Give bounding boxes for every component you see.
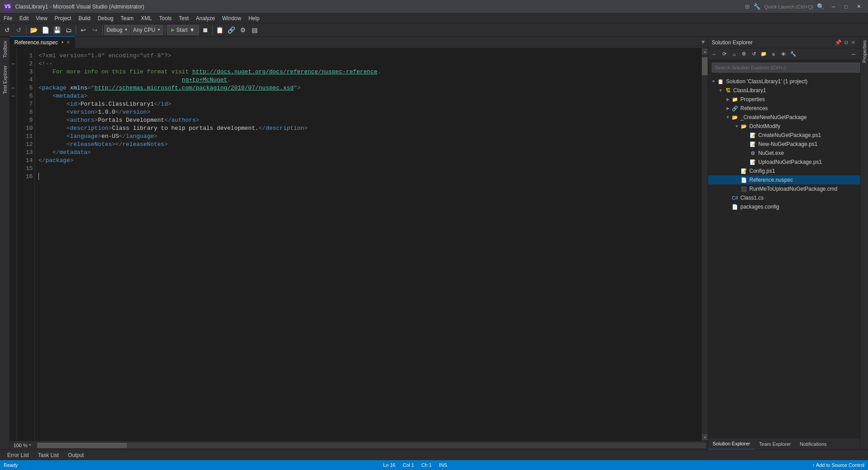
- xmlns-link[interactable]: http://schemas.microsoft.com/packaging/2…: [95, 84, 294, 92]
- menu-build[interactable]: Build: [75, 13, 94, 23]
- toolbar-more3-btn[interactable]: ⚙: [238, 25, 249, 35]
- tab-scroll-right[interactable]: ▼: [699, 36, 708, 48]
- filter-icon[interactable]: ⊞: [745, 3, 750, 10]
- platform-dropdown[interactable]: Any CPU ▼: [131, 25, 163, 35]
- tree-item-new-nuget-ps1[interactable]: 📝 New-NuGetPackage.ps1: [708, 140, 860, 149]
- toolbar-open2-btn[interactable]: 📄: [40, 25, 51, 35]
- menu-bar: File Edit View Project Build Debug Team …: [0, 13, 868, 23]
- toolbar-redo-btn[interactable]: ↪: [90, 25, 100, 35]
- sol-filter-btn[interactable]: ≡: [769, 50, 778, 59]
- scrollbar-thumb[interactable]: [702, 57, 708, 75]
- sol-close-button[interactable]: ✕: [850, 39, 856, 46]
- menu-window[interactable]: Window: [219, 13, 245, 23]
- menu-test[interactable]: Test: [175, 13, 192, 23]
- menu-analyze[interactable]: Analyze: [192, 13, 219, 23]
- tree-item-references[interactable]: ▶ 🔗 References: [708, 104, 860, 113]
- sol-sync-btn[interactable]: ⟳: [720, 50, 729, 59]
- toolbar-more2-btn[interactable]: 🔗: [226, 25, 237, 35]
- expand-do-not-modify-icon: ▼: [733, 124, 740, 128]
- tree-item-create-pkg-ps1[interactable]: 📝 CreateNuGetPackage.ps1: [708, 131, 860, 140]
- code-content[interactable]: <?xml version="1.0" encoding="utf-8"?> <…: [35, 48, 701, 440]
- menu-help[interactable]: Help: [245, 13, 263, 23]
- h-scrollbar-thumb[interactable]: [37, 443, 127, 448]
- scroll-up-button[interactable]: ▲: [702, 48, 708, 55]
- zoom-dropdown-icon[interactable]: ▼: [28, 443, 32, 447]
- sol-home-btn[interactable]: ⌂: [730, 50, 739, 59]
- nuget-link[interactable]: ng+to+McNuget: [182, 76, 227, 84]
- menu-edit[interactable]: Edit: [16, 13, 32, 23]
- menu-xml[interactable]: XML: [138, 13, 156, 23]
- toolbar-saveall-btn[interactable]: 🗂: [63, 25, 74, 35]
- zoom-control[interactable]: 100 % ▼: [10, 443, 35, 448]
- properties-tab[interactable]: Properties: [860, 37, 868, 66]
- toolbox-tab[interactable]: Toolbox: [0, 37, 9, 61]
- maximize-button[interactable]: □: [840, 2, 852, 12]
- tree-item-solution[interactable]: ▼ 📋 Solution 'ClassLibrary1' (1 project): [708, 77, 860, 86]
- menu-tools[interactable]: Tools: [155, 13, 175, 23]
- sol-minimize-btn[interactable]: ─: [849, 50, 858, 59]
- tree-item-reference-nuspec[interactable]: 📄 Reference.nuspec: [708, 175, 860, 184]
- menu-project[interactable]: Project: [51, 13, 75, 23]
- solution-search-input[interactable]: [712, 63, 860, 73]
- debug-mode-dropdown[interactable]: Debug ▼: [104, 25, 130, 35]
- quick-launch-input[interactable]: Quick Launch (Ctrl+Q): [764, 4, 813, 10]
- sol-tools-btn[interactable]: 🔧: [789, 50, 798, 59]
- toolbar-more-btn[interactable]: 📋: [215, 25, 225, 35]
- tree-item-properties[interactable]: ▶ 📁 Properties: [708, 95, 860, 104]
- tree-item-do-not-modify[interactable]: ▼ 📂 DoNotModify: [708, 122, 860, 131]
- tree-item-nuget-exe[interactable]: ⚙ NuGet.exe: [708, 149, 860, 158]
- cursor-caret: [39, 173, 39, 180]
- sol-folder-btn[interactable]: 📁: [759, 50, 768, 59]
- tab-close-button[interactable]: ✕: [66, 40, 70, 45]
- horizontal-scrollbar[interactable]: [37, 443, 706, 448]
- sol-bottom-tab-solution-explorer[interactable]: Solution Explorer: [708, 438, 755, 450]
- tree-item-project[interactable]: ▼ 🏗 ClassLibrary1: [708, 86, 860, 95]
- tree-item-class1-cs[interactable]: C# Class1.cs: [708, 193, 860, 202]
- code-line-8: <version>1.0.0</version>: [39, 108, 698, 116]
- menu-team[interactable]: Team: [117, 13, 137, 23]
- sol-settings-btn[interactable]: ⚙: [739, 50, 748, 59]
- toolbar-save-btn[interactable]: 💾: [52, 25, 62, 35]
- upload-pkg-ps1-icon: 📝: [749, 158, 756, 166]
- status-source-control[interactable]: ↑ Add to Source Control: [812, 462, 864, 468]
- menu-view[interactable]: View: [32, 13, 51, 23]
- minimize-button[interactable]: ─: [828, 2, 839, 12]
- toolbar-undo-btn[interactable]: ↺: [13, 25, 24, 35]
- toolbar-attach-btn[interactable]: ⏹: [200, 25, 211, 35]
- close-button[interactable]: ✕: [853, 2, 864, 12]
- editor-tab-reference-nuspec[interactable]: Reference.nuspec • ✕: [10, 36, 75, 48]
- tree-item-packages-config[interactable]: 📄 packages.config: [708, 202, 860, 211]
- sol-bottom-tab-team-explorer[interactable]: Team Explorer: [755, 438, 795, 450]
- menu-file[interactable]: File: [0, 13, 16, 23]
- tab-task-list[interactable]: Task List: [34, 451, 63, 459]
- gutter-collapse-2[interactable]: −: [10, 60, 17, 68]
- toolbar-refresh-btn[interactable]: ↺: [2, 25, 13, 35]
- sol-bottom-tab-notifications[interactable]: Notifications: [795, 438, 831, 450]
- code-editor[interactable]: − − − 12345 678910 1112131415: [10, 48, 708, 440]
- tree-item-run-me-cmd[interactable]: ⬛ RunMeToUploadNuGetPackage.cmd: [708, 184, 860, 193]
- search-icon[interactable]: 🔍: [817, 3, 824, 10]
- tab-output[interactable]: Output: [64, 451, 87, 459]
- scroll-down-button[interactable]: ▼: [702, 434, 708, 440]
- toolbar-undo2-btn[interactable]: ↩: [78, 25, 89, 35]
- start-button[interactable]: ▶ Start ▼: [167, 25, 199, 35]
- test-explorer-tab[interactable]: Test Explorer: [0, 61, 9, 98]
- tree-item-config-ps1[interactable]: 📝 Config.ps1: [708, 167, 860, 175]
- manage-icon[interactable]: 🔧: [753, 3, 761, 10]
- expand-references-icon: ▶: [724, 106, 731, 111]
- gutter-collapse-6[interactable]: −: [10, 92, 17, 100]
- sol-pin-button[interactable]: 📌: [834, 39, 842, 46]
- tree-item-upload-pkg-ps1[interactable]: 📝 UploadNuGetPackage.ps1: [708, 158, 860, 167]
- sol-back-btn[interactable]: ←: [710, 50, 719, 59]
- gutter-collapse-5[interactable]: −: [10, 84, 17, 92]
- menu-debug[interactable]: Debug: [94, 13, 117, 23]
- toolbar-more4-btn[interactable]: ▤: [249, 25, 260, 35]
- editor-scrollbar[interactable]: ▲ ▼: [701, 48, 708, 440]
- tree-item-create-nuget[interactable]: ▼ 📂 _CreateNewNuGetPackage: [708, 113, 860, 122]
- toolbar-open-btn[interactable]: 📂: [28, 25, 39, 35]
- sol-refresh-btn[interactable]: ↺: [749, 50, 758, 59]
- sol-preview-btn[interactable]: 👁: [779, 50, 788, 59]
- tab-error-list[interactable]: Error List: [4, 451, 33, 459]
- nuspec-link[interactable]: http://docs.nuget.org/docs/reference/nus…: [192, 68, 377, 76]
- sol-float-button[interactable]: ⧉: [843, 39, 849, 46]
